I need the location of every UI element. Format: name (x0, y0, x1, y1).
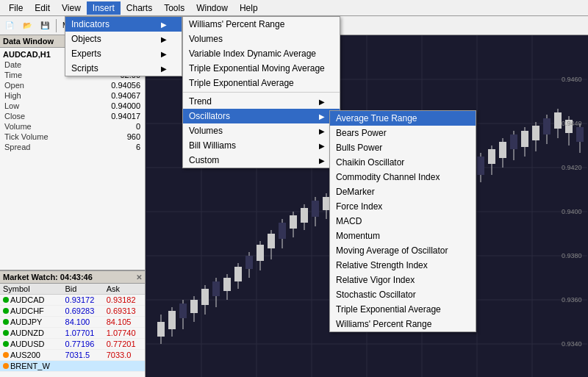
low-value: 0.94000 (111, 101, 140, 110)
ind-volumes[interactable]: Volumes (183, 32, 340, 46)
save-btn[interactable]: 💾 (37, 18, 53, 33)
scripts-label: Scripts (71, 63, 98, 73)
date-label: Date (4, 60, 21, 69)
status-dot (3, 341, 9, 347)
time-label: Time (4, 71, 22, 79)
svg-rect-20 (179, 304, 187, 318)
indicators-arrow: ▶ (161, 21, 167, 29)
billwilliams-arrow: ▶ (319, 142, 325, 150)
market-watch-header: Market Watch: 04:43:46 ✕ (0, 270, 145, 284)
data-high-row: High 0.94067 (1, 90, 143, 101)
menu-item-scripts[interactable]: Scripts ▶ (65, 61, 182, 76)
col-ask: Ask (104, 284, 145, 295)
svg-rect-22 (190, 300, 198, 313)
ind-billwilliams[interactable]: Bill Williams ▶ (183, 138, 340, 153)
svg-rect-32 (245, 256, 253, 269)
ind-tea[interactable]: Triple Exponential Average (183, 76, 340, 90)
new-chart-btn[interactable]: 📄 (1, 18, 18, 33)
tickvol-value: 960 (127, 132, 140, 141)
indicators-label: Indicators (71, 19, 110, 29)
ind-tema[interactable]: Triple Exponential Moving Average (183, 61, 340, 76)
data-window-title: Data Window (3, 37, 54, 46)
bid-cell: 1.07701 (62, 328, 104, 339)
left-panel: Data Window ✕ AUDCAD,H1 Date 2021.05.19 … (0, 35, 146, 377)
experts-arrow: ▶ (161, 50, 167, 58)
menu-insert[interactable]: Insert (87, 1, 121, 15)
ind-oscillators[interactable]: Oscillators ▶ (183, 109, 340, 123)
osc-rsi[interactable]: Relative Strength Index (330, 258, 476, 273)
market-row[interactable]: AUDNZD 1.07701 1.07740 (0, 328, 145, 339)
symbol-cell: BRENT_W (0, 361, 62, 372)
osc-bears[interactable]: Bears Power (330, 126, 476, 140)
status-dot (3, 352, 9, 358)
ind-custom[interactable]: Custom ▶ (183, 153, 340, 168)
objects-arrow: ▶ (161, 35, 167, 43)
market-row[interactable]: AUDCAD 0.93172 0.93182 (0, 295, 145, 306)
market-row[interactable]: AUDJPY 84.100 84.105 (0, 317, 145, 328)
market-row[interactable]: AUS200 7031.5 7033.0 (0, 350, 145, 361)
col-bid: Bid (62, 284, 104, 295)
osc-mao[interactable]: Moving Average of Oscillator (330, 243, 476, 258)
menu-item-indicators[interactable]: Indicators ▶ (65, 17, 182, 32)
ask-cell: 0.77201 (104, 339, 145, 350)
svg-rect-88 (554, 112, 562, 129)
trend-arrow: ▶ (319, 98, 325, 106)
osc-atr[interactable]: Average True Range (330, 111, 476, 126)
insert-menu-dropdown: Indicators ▶ Objects ▶ Experts ▶ Scripts… (65, 16, 182, 76)
menu-view[interactable]: View (56, 1, 87, 15)
osc-force[interactable]: Force Index (330, 199, 476, 214)
ind-vidya[interactable]: Variable Index Dynamic Average (183, 46, 340, 61)
open-btn[interactable]: 📂 (19, 18, 35, 33)
osc-tripleexp[interactable]: Triple Exponential Average (330, 302, 476, 317)
ind-volumes2[interactable]: Volumes ▶ (183, 123, 340, 138)
market-watch-close[interactable]: ✕ (136, 273, 142, 281)
osc-cci[interactable]: Commodity Channel Index (330, 170, 476, 184)
ask-cell (104, 361, 145, 372)
osc-rvi[interactable]: Relative Vigor Index (330, 273, 476, 287)
ind-trend[interactable]: Trend ▶ (183, 94, 340, 109)
svg-rect-74 (477, 157, 484, 175)
menu-help[interactable]: Help (234, 1, 264, 15)
svg-text:0.9440: 0.9440 (562, 120, 582, 127)
objects-label: Objects (71, 34, 101, 44)
market-row[interactable]: AUDCHF 0.69283 0.69313 (0, 306, 145, 317)
osc-demarker[interactable]: DeMarker (330, 184, 476, 199)
svg-rect-76 (488, 149, 495, 164)
data-volume-row: Volume 0 (1, 121, 143, 132)
market-row[interactable]: BRENT_W (0, 361, 145, 372)
osc-momentum[interactable]: Momentum (330, 229, 476, 243)
svg-rect-16 (157, 322, 165, 337)
svg-text:0.9400: 0.9400 (562, 208, 582, 215)
svg-rect-78 (499, 142, 506, 158)
menu-edit[interactable]: Edit (29, 1, 56, 15)
osc-stochastic[interactable]: Stochastic Oscillator (330, 287, 476, 302)
svg-rect-26 (212, 281, 220, 296)
ind-williams[interactable]: Williams' Percent Range (183, 17, 340, 32)
bid-cell (62, 361, 104, 372)
svg-rect-82 (521, 131, 528, 147)
market-row[interactable]: AUDUSD 0.77196 0.77201 (0, 339, 145, 350)
svg-rect-38 (279, 223, 286, 239)
osc-bulls[interactable]: Bulls Power (330, 140, 476, 155)
symbol-cell: AUDNZD (0, 328, 62, 339)
data-open-row: Open 0.94056 (1, 80, 143, 90)
menu-charts[interactable]: Charts (121, 1, 158, 15)
status-dot (3, 319, 9, 325)
osc-macd[interactable]: MACD (330, 214, 476, 229)
open-value: 0.94056 (111, 81, 140, 90)
osc-williams[interactable]: Williams' Percent Range (330, 317, 476, 331)
open-label: Open (4, 81, 24, 90)
menu-tools[interactable]: Tools (158, 1, 190, 15)
svg-rect-36 (268, 234, 275, 248)
menu-file[interactable]: File (3, 1, 29, 15)
menu-item-objects[interactable]: Objects ▶ (65, 32, 182, 46)
symbol-cell: AUDUSD (0, 339, 62, 350)
volume-label: Volume (4, 122, 32, 131)
volumes-arrow: ▶ (319, 127, 325, 135)
menu-window[interactable]: Window (190, 1, 234, 15)
status-dot (3, 330, 9, 336)
indicators-submenu: Williams' Percent Range Volumes Variable… (182, 16, 340, 168)
menu-item-experts[interactable]: Experts ▶ (65, 46, 182, 61)
volume-value: 0 (136, 122, 140, 131)
osc-chaikin[interactable]: Chaikin Oscillator (330, 155, 476, 170)
